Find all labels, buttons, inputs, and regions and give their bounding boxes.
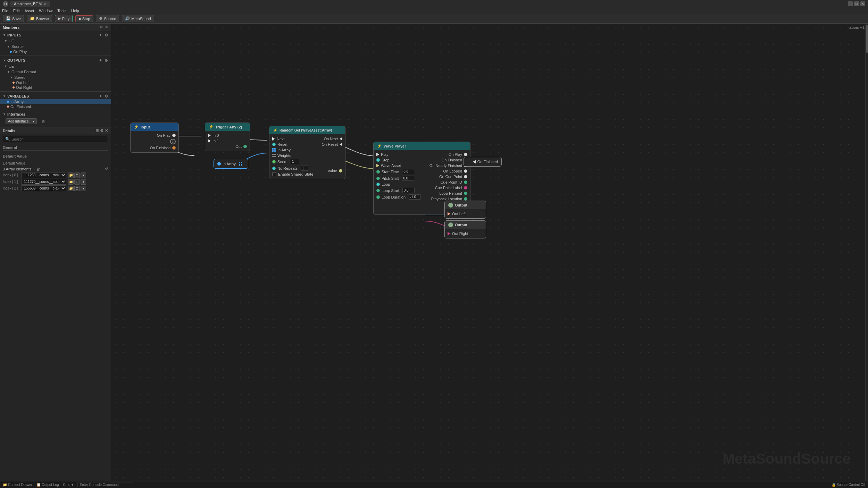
- outputs-out-left[interactable]: Out Left: [0, 80, 111, 85]
- wp-start-time-input[interactable]: [402, 169, 414, 174]
- details-grid-icon[interactable]: ⊞: [95, 128, 99, 133]
- wp-loop-duration-label: Loop Duration: [382, 195, 406, 199]
- input-on-play-label: On Play: [157, 133, 170, 137]
- wp-pitch-shift-pin: Pitch Shift: [376, 175, 426, 182]
- members-settings-icon[interactable]: ⚙: [99, 25, 103, 30]
- trigger-in0-label: In 0: [212, 133, 219, 137]
- rg-no-repeats-dot: [272, 167, 276, 170]
- maximize-btn[interactable]: □: [854, 1, 859, 6]
- play-button[interactable]: ▶ Play: [55, 15, 73, 22]
- output-log-btn[interactable]: 📋 Output Log: [36, 483, 59, 487]
- minimize-btn[interactable]: ─: [848, 1, 853, 6]
- array-item0-clear[interactable]: ⊡: [74, 173, 80, 178]
- var-in-array[interactable]: In Array: [0, 99, 111, 104]
- wp-wave-asset-label: Wave Asset: [381, 163, 401, 168]
- array-dropdown-1[interactable]: 111270__corms__abbellimentoa: [21, 179, 66, 185]
- variables-settings-icon[interactable]: ⚙: [105, 94, 108, 99]
- inputs-source-group[interactable]: ▼ Source: [0, 44, 111, 49]
- wp-on-cue-point-dot: [464, 175, 467, 178]
- wp-pitch-shift-input[interactable]: [402, 176, 414, 181]
- array-item1-browse[interactable]: 📁: [68, 179, 74, 185]
- stop-icon: ■: [78, 17, 81, 21]
- wp-on-cue-point-label: On Cue Point: [439, 175, 462, 179]
- console-input[interactable]: [77, 482, 133, 487]
- array-item1-more[interactable]: ▾: [81, 179, 86, 185]
- inputs-header[interactable]: ▼ INPUTS + ⚙: [0, 32, 111, 38]
- wp-loop-percent-label: Loop Percent: [440, 191, 462, 195]
- scrollbar-thumb[interactable]: [866, 25, 868, 53]
- menu-edit[interactable]: Edit: [13, 9, 20, 13]
- tab-close-btn[interactable]: ✕: [44, 2, 47, 6]
- trigger-in0-pin: In 0: [208, 133, 247, 138]
- details-search-input[interactable]: [11, 137, 106, 141]
- var-on-finished[interactable]: On Finished: [0, 104, 111, 109]
- random-get-right-pins: On Next On Reset Value: [315, 136, 342, 177]
- rg-no-repeats-pin: No Repeats: [272, 165, 315, 171]
- out-right-label: Out Right: [16, 85, 32, 90]
- content-drawer-btn[interactable]: 📁 Content Drawer: [3, 483, 32, 487]
- inputs-add-btn[interactable]: +: [99, 33, 102, 37]
- variables-add-btn[interactable]: +: [99, 94, 102, 99]
- in-array-label: In Array: [10, 100, 24, 104]
- rg-no-repeats-input[interactable]: [301, 166, 308, 171]
- in-array-var-label: In Array: [223, 162, 236, 166]
- rg-seed-input[interactable]: [290, 159, 299, 164]
- menu-tools[interactable]: Tools: [57, 9, 66, 13]
- array-item2-browse[interactable]: 📁: [68, 186, 74, 191]
- array-item1-clear[interactable]: ⊡: [74, 179, 80, 185]
- menu-window[interactable]: Window: [39, 9, 52, 13]
- wp-on-play-label: On Play: [449, 152, 462, 157]
- browse-icon: 📁: [30, 16, 35, 21]
- details-settings-icon[interactable]: ⚙: [100, 128, 103, 133]
- inputs-on-play[interactable]: On Play: [0, 49, 111, 54]
- wp-start-time-dot: [376, 170, 380, 174]
- rg-shared-state-check[interactable]: [272, 172, 276, 176]
- wp-on-finished-label: On Finished: [442, 158, 462, 162]
- tab-ambience-bgm[interactable]: Ambience_BGM ✕: [10, 1, 50, 7]
- array-reset-icon[interactable]: ↺: [105, 167, 108, 171]
- array-dropdown-2[interactable]: 155609__corms__c-a-060: [21, 185, 66, 191]
- outputs-header[interactable]: ▼ OUTPUTS + ⚙: [0, 57, 111, 64]
- browse-button[interactable]: 📁 Browse: [27, 15, 52, 22]
- array-item2-more[interactable]: ▾: [81, 186, 86, 191]
- save-button[interactable]: 💾 Save: [3, 15, 24, 22]
- outputs-out-right[interactable]: Out Right: [0, 85, 111, 90]
- array-add-icon[interactable]: +: [33, 167, 35, 171]
- array-delete-icon[interactable]: 🗑: [36, 167, 40, 171]
- menu-file[interactable]: File: [2, 9, 8, 13]
- menu-asset[interactable]: Asset: [25, 9, 34, 13]
- members-close-icon[interactable]: ✕: [105, 25, 108, 30]
- source-button[interactable]: ⚙ Source: [96, 15, 119, 22]
- details-close-icon[interactable]: ✕: [105, 128, 108, 133]
- outputs-settings-icon[interactable]: ⚙: [105, 58, 108, 63]
- add-interface-button[interactable]: Add Interface... ▾: [6, 118, 37, 124]
- menu-help[interactable]: Help: [71, 9, 79, 13]
- array-item0-browse[interactable]: 📁: [68, 173, 74, 178]
- source-control-status[interactable]: 🔒 Source Control Off: [832, 483, 865, 487]
- delete-interface-icon[interactable]: 🗑: [42, 119, 45, 124]
- content-drawer-label: Content Drawer: [8, 483, 32, 487]
- outputs-stereo-group[interactable]: ▼ Stereo: [0, 75, 111, 80]
- input-node: ⚡ Input On Play ⏱ On Finished: [130, 123, 179, 153]
- wp-stop-dot: [376, 158, 380, 162]
- array-item0-more[interactable]: ▾: [81, 173, 86, 178]
- outputs-format-group[interactable]: ▼ Output Format: [0, 69, 111, 75]
- metasound-button[interactable]: 🔊 MetaSound: [122, 15, 154, 22]
- outputs-add-btn[interactable]: +: [99, 58, 102, 63]
- array-item2-clear[interactable]: ⊡: [74, 186, 80, 191]
- stop-button[interactable]: ■ Stop: [75, 15, 93, 22]
- random-get-left-pins: Next Reset In Array: [272, 136, 315, 177]
- rg-on-reset-pin: On Reset: [315, 142, 342, 147]
- variables-header[interactable]: ▼ VARIABLES + ⚙: [0, 93, 111, 99]
- wp-loop-start-input[interactable]: [402, 188, 415, 193]
- trigger-in1-pin: In 1: [208, 138, 247, 144]
- array-index-2: Index [ 2 ]: [3, 186, 20, 190]
- interfaces-header[interactable]: ▼ Interfaces: [0, 111, 111, 117]
- wp-loop-duration-input[interactable]: [409, 194, 421, 200]
- node-canvas[interactable]: Zoom +1 ⚡ Input On Play: [111, 24, 868, 481]
- close-btn[interactable]: ✕: [860, 1, 865, 6]
- inputs-settings-icon[interactable]: ⚙: [105, 33, 108, 37]
- array-dropdown-0[interactable]: 111269__corms__romantics2b: [21, 172, 66, 178]
- chevron-down-icon: ▾: [33, 119, 34, 123]
- vertical-scrollbar[interactable]: [865, 24, 868, 481]
